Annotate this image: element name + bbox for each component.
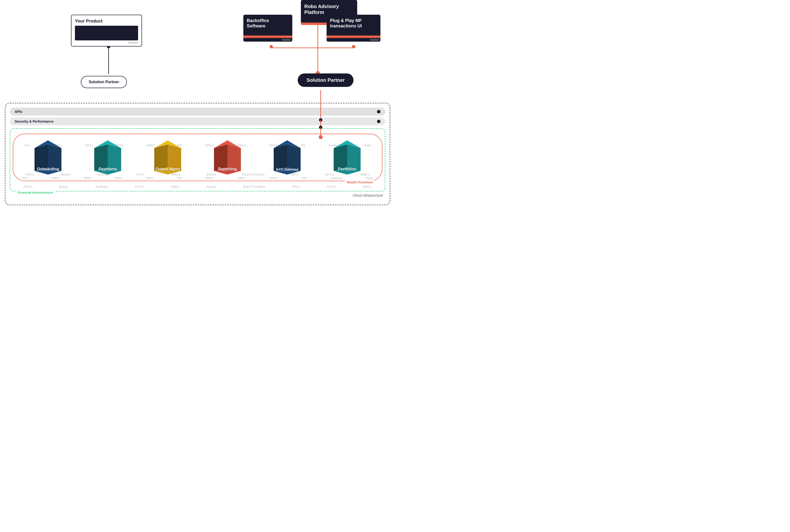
orders-label: Orders Mgmt xyxy=(155,167,180,171)
plugplay-bar xyxy=(327,36,381,38)
financial-infra: TAs AMCs NPCI RTAs NPCI PG KRAs AMCs KRA… xyxy=(10,128,385,191)
api-bar-label: APIs xyxy=(15,110,22,114)
reporting-block: Reporting xyxy=(208,139,247,176)
plugplay-solution-label: Solution xyxy=(327,38,381,42)
svg-point-4 xyxy=(270,45,273,49)
svg-marker-24 xyxy=(274,145,287,171)
backoffice-bar xyxy=(243,36,292,38)
plugplay-box: Plug & Play MF transactions UI Solution xyxy=(327,15,381,42)
onboarding-label: Onboarding xyxy=(37,167,59,171)
api-bar: APIs xyxy=(10,108,385,116)
wealth-primitives-label: Wealth Primitives xyxy=(345,180,374,184)
reporting-label: Reporting xyxy=(218,167,237,171)
your-product-solution-label: Solution xyxy=(128,41,138,44)
platform-outer: APIs Security & Performance TAs AMCs NPC… xyxy=(5,103,390,205)
portfolios-block: Portfolios xyxy=(328,139,367,176)
payments-block: Payments xyxy=(88,139,127,176)
robo-box-title: Robo Advisory Platform xyxy=(304,3,354,15)
your-product-box: Your Product Solution xyxy=(71,15,142,46)
svg-marker-25 xyxy=(287,145,301,171)
backoffice-title: Backoffice Software xyxy=(247,18,289,28)
orders-block: Orders Mgmt xyxy=(148,139,187,176)
backoffice-solution-label: Solution xyxy=(243,38,292,42)
kyc-block: KYC Gateway xyxy=(268,139,307,176)
wealth-primitives-pill: Onboarding Payments xyxy=(13,134,382,181)
solution-partner-white: Solution Partner xyxy=(81,76,127,88)
financial-infra-label: Financial Infrastructure xyxy=(16,191,54,194)
security-bar: Security & Performance xyxy=(10,117,385,125)
top-section: Your Product Solution Robo Advisory Plat… xyxy=(0,0,395,103)
security-bar-label: Security & Performance xyxy=(15,119,54,124)
product-screen xyxy=(75,26,138,40)
backoffice-box: Backoffice Software Solution xyxy=(243,15,292,42)
your-product-title: Your Product xyxy=(75,19,138,24)
onboarding-block: Onboarding xyxy=(28,139,68,176)
plugplay-title: Plug & Play MF transactions UI xyxy=(330,18,377,28)
svg-point-5 xyxy=(352,45,355,49)
payments-label: Payments xyxy=(99,167,117,171)
portfolios-label: Portfolios xyxy=(338,167,356,171)
solution-partner-dark: Solution Partner xyxy=(298,73,353,87)
kyc-label: KYC Gateway xyxy=(276,168,298,171)
cloud-infra-label: Cloud Infrastructure xyxy=(10,193,385,197)
